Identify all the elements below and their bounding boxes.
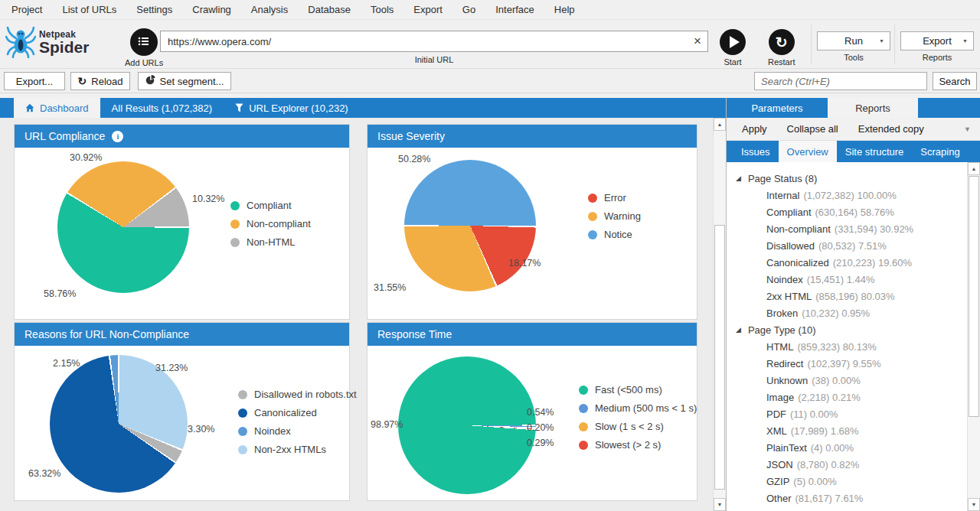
tree-item-count: (859,323) 80.13% xyxy=(797,341,876,353)
menu-item-export[interactable]: Export xyxy=(403,0,452,20)
tree-item-pdf[interactable]: PDF(11) 0.00% xyxy=(727,405,967,422)
pie-chart[interactable] xyxy=(57,161,189,293)
scroll-up-icon[interactable]: ▲ xyxy=(714,118,726,131)
legend-label: Notice xyxy=(604,229,632,240)
menu-item-settings[interactable]: Settings xyxy=(126,0,182,20)
subtab-scraping[interactable]: Scraping xyxy=(912,141,968,162)
search-button[interactable]: Search xyxy=(933,72,977,90)
tab-label: Dashboard xyxy=(40,103,89,114)
run-dropdown-button[interactable]: Run ▼ xyxy=(817,31,890,50)
tree-item-html[interactable]: HTML(859,323) 80.13% xyxy=(727,338,967,355)
list-icon xyxy=(137,34,151,50)
restart-label: Restart xyxy=(768,57,795,67)
export-dropdown-button[interactable]: Export ▼ xyxy=(900,31,974,50)
menu-item-go[interactable]: Go xyxy=(452,0,485,20)
clear-url-icon[interactable]: × xyxy=(690,33,705,50)
reload-button[interactable]: ↻ Reload xyxy=(70,72,130,90)
tree-item-disallowed[interactable]: Disallowed(80,532) 7.51% xyxy=(727,237,967,254)
chart-legend: Disallowed in robots.txtCanonicalizedNoi… xyxy=(238,389,357,455)
legend-item: Non-compliant xyxy=(230,218,311,229)
apply-button[interactable]: Apply xyxy=(742,123,767,135)
subtab-issues[interactable]: Issues xyxy=(733,141,779,162)
menu-item-project[interactable]: Project xyxy=(2,0,52,20)
search-input[interactable] xyxy=(754,72,927,90)
extended-copy-button[interactable]: Extended copy xyxy=(858,123,924,135)
tree-item-unknown[interactable]: Unknown(38) 0.00% xyxy=(727,372,967,389)
legend-dot xyxy=(238,390,247,399)
start-button[interactable] xyxy=(720,29,746,55)
scroll-down-icon[interactable]: ▼ xyxy=(714,498,726,511)
pie-percent-label: 10.32% xyxy=(192,194,224,204)
legend-label: Error xyxy=(604,192,626,203)
tab-dashboard[interactable]: Dashboard xyxy=(14,98,100,118)
tree-item-image[interactable]: Image(2,218) 0.21% xyxy=(727,389,967,405)
pie-percent-label: 50.28% xyxy=(398,154,430,164)
export-results-button[interactable]: Export... xyxy=(4,72,65,90)
pie-chart[interactable] xyxy=(50,355,188,493)
tree-item-2xx-html[interactable]: 2xx HTML(858,196) 80.03% xyxy=(727,288,967,304)
menu-item-list-of-urls[interactable]: List of URLs xyxy=(52,0,126,20)
subtab-overview[interactable]: Overview xyxy=(779,141,837,162)
tab-url[interactable]: URL Explorer (10,232) xyxy=(224,98,360,118)
menu-item-help[interactable]: Help xyxy=(544,0,585,20)
tree-item-xml[interactable]: XML(17,989) 1.68% xyxy=(727,422,967,439)
pie-chart[interactable] xyxy=(404,160,536,291)
menu-item-tools[interactable]: Tools xyxy=(361,0,403,20)
tree-item-json[interactable]: JSON(8,780) 0.82% xyxy=(727,456,967,473)
tree-item-redirect[interactable]: Redirect(102,397) 9.55% xyxy=(727,355,967,372)
menu-item-analysis[interactable]: Analysis xyxy=(241,0,298,20)
tab-parameters[interactable]: Parameters xyxy=(727,98,828,118)
subtab-site-structure[interactable]: Site structure xyxy=(837,141,913,162)
tree-item-non-compliant[interactable]: Non-compliant(331,594) 30.92% xyxy=(727,220,967,237)
initial-url-input[interactable] xyxy=(160,31,708,52)
tree-section-protocol[interactable]: ◢Protocol (2) xyxy=(727,506,967,511)
tree-expanded-icon[interactable]: ◢ xyxy=(736,175,741,182)
scroll-up-icon[interactable]: ▲ xyxy=(968,162,980,175)
menu-item-interface[interactable]: Interface xyxy=(485,0,544,20)
result-tabs: DashboardAll Results (1,072,382)URL Expl… xyxy=(0,98,726,118)
tree-item-other[interactable]: Other(81,617) 7.61% xyxy=(727,490,967,506)
add-urls-button[interactable] xyxy=(130,28,158,56)
legend-item: Medium (500 ms < 1 s) xyxy=(579,402,697,414)
pie-percent-label: 0.20% xyxy=(527,422,554,433)
restart-button[interactable]: ↻ xyxy=(769,29,795,55)
tree-item-canonicalized[interactable]: Canonicalized(210,223) 19.60% xyxy=(727,254,967,271)
tree-item-internal[interactable]: Internal(1,072,382) 100.00% xyxy=(727,187,967,203)
legend-label: Slow (1 s < 2 s) xyxy=(595,421,664,432)
legend-item: Non-2xx HTMLs xyxy=(238,444,357,455)
tab-label: URL Explorer (10,232) xyxy=(249,103,348,114)
info-icon[interactable]: i xyxy=(112,131,123,142)
legend-dot xyxy=(588,230,597,239)
scroll-down-icon[interactable]: ▼ xyxy=(968,498,980,511)
menu-item-crawling[interactable]: Crawling xyxy=(182,0,241,20)
pie-chart[interactable] xyxy=(398,356,536,494)
tree-item-count: (4) 0.00% xyxy=(811,442,854,454)
pie-percent-label: 30.92% xyxy=(70,152,102,163)
scrollbar-thumb[interactable] xyxy=(714,225,725,490)
legend-dot xyxy=(238,445,247,454)
collapse-all-button[interactable]: Collapse all xyxy=(787,123,838,135)
set-segment-button[interactable]: Set segment... xyxy=(138,72,231,90)
tree-item-broken[interactable]: Broken(10,232) 0.95% xyxy=(727,304,967,321)
tree-section-label: Page Type (10) xyxy=(748,324,816,336)
pie-percent-label: 31.55% xyxy=(374,282,406,293)
scrollbar-thumb[interactable] xyxy=(969,176,979,417)
tab-all[interactable]: All Results (1,072,382) xyxy=(100,98,224,118)
tree-expanded-icon[interactable]: ◢ xyxy=(736,327,741,334)
tree-item-noindex[interactable]: Noindex(15,451) 1.44% xyxy=(727,271,967,288)
tree-scrollbar[interactable]: ▲ ▼ xyxy=(967,162,980,511)
legend-dot xyxy=(230,220,240,229)
tree-item-compliant[interactable]: Compliant(630,164) 58.76% xyxy=(727,203,967,220)
legend-label: Canonicalized xyxy=(254,407,317,418)
tree-section-page[interactable]: ◢Page Status (8) xyxy=(727,170,967,187)
more-actions-caret-icon[interactable]: ▼ xyxy=(964,125,971,133)
tree-section-page[interactable]: ◢Page Type (10) xyxy=(727,321,967,338)
dashboard-scrollbar[interactable]: ▲ ▼ xyxy=(713,118,726,511)
tree-item-label: Canonicalized xyxy=(766,257,829,269)
tree-item-plaintext[interactable]: PlainText(4) 0.00% xyxy=(727,439,967,456)
tree-item-gzip[interactable]: GZIP(5) 0.00% xyxy=(727,473,967,490)
menu-item-database[interactable]: Database xyxy=(298,0,361,20)
legend-label: Non-compliant xyxy=(247,218,311,229)
tab-reports[interactable]: Reports xyxy=(828,98,918,118)
tree-item-count: (5) 0.00% xyxy=(793,476,836,487)
